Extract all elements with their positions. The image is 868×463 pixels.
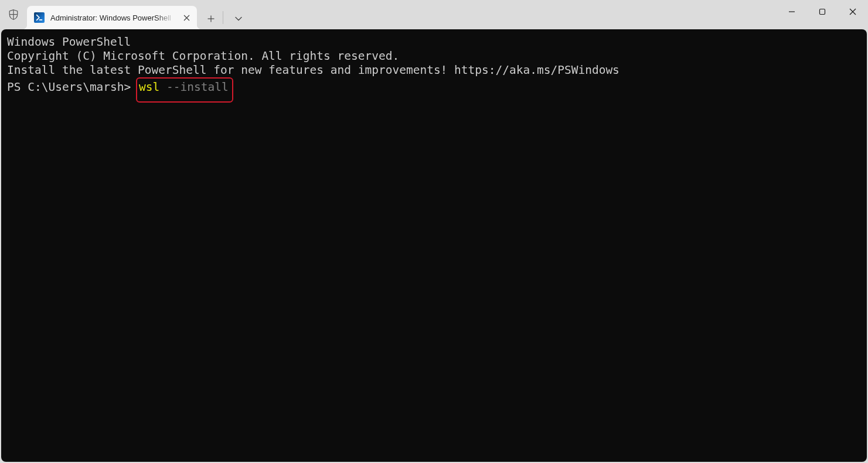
terminal-body[interactable]: Windows PowerShell Copyright (C) Microso… xyxy=(1,29,867,462)
window-titlebar: Administrator: Windows PowerShell xyxy=(0,0,868,29)
command-argument: --install xyxy=(166,80,229,94)
plus-icon xyxy=(207,15,215,22)
tab-divider xyxy=(223,11,223,24)
tab-title: Administrator: Windows PowerShell xyxy=(50,13,175,22)
command-highlight: wsl --install xyxy=(136,77,233,103)
minimize-button[interactable] xyxy=(777,0,807,23)
minimize-icon xyxy=(788,8,795,15)
window-controls xyxy=(777,0,868,23)
new-tab-button[interactable] xyxy=(200,8,222,29)
tab-close-button[interactable] xyxy=(181,12,192,23)
close-icon xyxy=(183,15,190,21)
powershell-icon xyxy=(34,12,45,23)
close-window-button[interactable] xyxy=(838,0,868,23)
tab-powershell[interactable]: Administrator: Windows PowerShell xyxy=(27,6,197,29)
shield-icon xyxy=(8,9,19,21)
terminal-line: Copyright (C) Microsoft Corporation. All… xyxy=(7,49,861,63)
prompt-text: PS C:\Users\marsh> xyxy=(7,80,138,94)
maximize-button[interactable] xyxy=(807,0,838,23)
chevron-down-icon xyxy=(235,16,242,21)
tab-strip: Administrator: Windows PowerShell xyxy=(27,0,249,29)
terminal-line: Windows PowerShell xyxy=(7,35,861,49)
maximize-icon xyxy=(819,8,826,15)
svg-rect-8 xyxy=(820,9,825,15)
command-name: wsl xyxy=(139,80,166,94)
terminal-prompt-line: PS C:\Users\marsh> wsl --install xyxy=(7,77,861,103)
close-icon xyxy=(849,8,856,15)
tab-dropdown-button[interactable] xyxy=(228,8,249,29)
terminal-line: Install the latest PowerShell for new fe… xyxy=(7,63,861,77)
